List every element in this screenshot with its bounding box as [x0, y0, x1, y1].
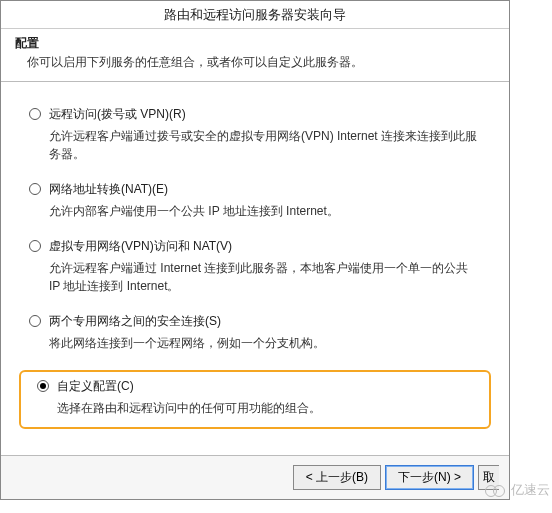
next-button[interactable]: 下一步(N) >	[385, 465, 474, 490]
option-description: 允许内部客户端使用一个公共 IP 地址连接到 Internet。	[49, 202, 481, 220]
option-label: 自定义配置(C)	[57, 378, 134, 395]
wizard-dialog: 路由和远程访问服务器安装向导 配置 你可以启用下列服务的任意组合，或者你可以自定…	[0, 0, 510, 500]
option-label: 网络地址转换(NAT)(E)	[49, 181, 168, 198]
option-label: 两个专用网络之间的安全连接(S)	[49, 313, 221, 330]
radio-icon[interactable]	[29, 108, 41, 120]
options-content: 远程访问(拨号或 VPN)(R) 允许远程客户端通过拨号或安全的虚拟专用网络(V…	[1, 82, 509, 429]
option-remote-access[interactable]: 远程访问(拨号或 VPN)(R) 允许远程客户端通过拨号或安全的虚拟专用网络(V…	[29, 106, 481, 163]
option-label: 远程访问(拨号或 VPN)(R)	[49, 106, 186, 123]
footer-button-bar: < 上一步(B) 下一步(N) > 取	[1, 455, 509, 499]
option-vpn-nat[interactable]: 虚拟专用网络(VPN)访问和 NAT(V) 允许远程客户端通过 Internet…	[29, 238, 481, 295]
radio-icon[interactable]	[29, 183, 41, 195]
radio-icon[interactable]	[29, 315, 41, 327]
header-description: 你可以启用下列服务的任意组合，或者你可以自定义此服务器。	[15, 52, 495, 71]
cancel-button[interactable]: 取	[478, 465, 499, 490]
header-section: 配置 你可以启用下列服务的任意组合，或者你可以自定义此服务器。	[1, 29, 509, 82]
back-button[interactable]: < 上一步(B)	[293, 465, 381, 490]
option-nat[interactable]: 网络地址转换(NAT)(E) 允许内部客户端使用一个公共 IP 地址连接到 In…	[29, 181, 481, 220]
option-description: 将此网络连接到一个远程网络，例如一个分支机构。	[49, 334, 481, 352]
option-description: 允许远程客户端通过 Internet 连接到此服务器，本地客户端使用一个单一的公…	[49, 259, 481, 295]
dialog-title: 路由和远程访问服务器安装向导	[1, 1, 509, 29]
option-label: 虚拟专用网络(VPN)访问和 NAT(V)	[49, 238, 232, 255]
radio-icon[interactable]	[37, 380, 49, 392]
option-secure-connection[interactable]: 两个专用网络之间的安全连接(S) 将此网络连接到一个远程网络，例如一个分支机构。	[29, 313, 481, 352]
option-description: 允许远程客户端通过拨号或安全的虚拟专用网络(VPN) Internet 连接来连…	[49, 127, 481, 163]
watermark-text: 亿速云	[511, 481, 550, 499]
header-label: 配置	[15, 35, 495, 52]
option-custom-config[interactable]: 自定义配置(C) 选择在路由和远程访问中的任何可用功能的组合。	[19, 370, 491, 429]
radio-icon[interactable]	[29, 240, 41, 252]
option-description: 选择在路由和远程访问中的任何可用功能的组合。	[57, 399, 481, 417]
